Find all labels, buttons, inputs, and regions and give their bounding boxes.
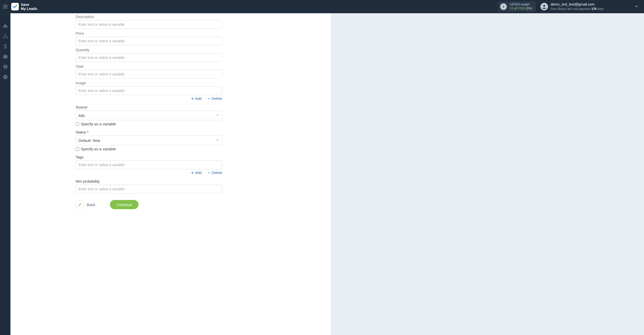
chevron-down-icon <box>634 4 639 9</box>
required-marker: * <box>87 130 89 134</box>
usage-total: 5'000 <box>517 7 525 10</box>
label-status: Status * <box>76 130 221 134</box>
sidebar-item-account[interactable] <box>0 62 10 72</box>
user-menu[interactable]: demo_sml_test@gmail.com Plan |Basic| lef… <box>540 2 604 11</box>
input-tags[interactable] <box>76 160 222 169</box>
delete-label: Delete <box>212 171 222 175</box>
plan-days: 170 <box>591 7 596 11</box>
input-price[interactable] <box>76 37 222 45</box>
sitemap-icon <box>3 34 8 39</box>
sidebar-item-connections[interactable] <box>0 31 10 41</box>
usage-label: LEADS usage: <box>510 3 532 7</box>
field-tags: Tags <box>76 155 221 169</box>
briefcase-icon <box>3 54 8 59</box>
field-image: Image <box>76 81 221 95</box>
svg-point-3 <box>503 5 504 6</box>
input-quantity[interactable] <box>76 53 222 62</box>
sidebar-item-toolbox[interactable] <box>0 51 10 62</box>
svg-point-10 <box>5 65 6 67</box>
input-description[interactable] <box>76 20 222 29</box>
usage-info-box[interactable]: LEADS usage: 13 of 5'000 (0%) <box>498 2 536 12</box>
input-total[interactable] <box>76 70 222 78</box>
check-logo-icon <box>12 4 18 9</box>
field-status: Status * Default: New <box>76 130 221 145</box>
user-plan: Plan |Basic| left until payment 170 days <box>551 7 604 11</box>
sidebar-item-billing[interactable] <box>0 41 10 51</box>
source-variable-row: Specify as a variable <box>76 122 221 126</box>
back-button[interactable]: Back <box>76 200 95 209</box>
dollar-icon <box>3 44 8 49</box>
checkbox-source-variable[interactable] <box>76 122 79 126</box>
form-panel: Description Price Quantity Total Image <box>10 13 331 335</box>
hamburger-icon <box>3 4 8 9</box>
add-label: Add <box>195 97 202 101</box>
plan-suffix: | left until payment <box>566 7 591 11</box>
home-icon <box>3 23 8 29</box>
label-source-variable[interactable]: Specify as a variable <box>81 122 116 126</box>
user-email: demo_sml_test@gmail.com <box>551 2 604 7</box>
input-image[interactable] <box>76 86 222 95</box>
form-area: Description Price Quantity Total Image <box>10 13 221 209</box>
plan-days-word: days <box>597 7 604 11</box>
plan-name: Basic <box>558 7 566 11</box>
svg-point-5 <box>543 5 545 7</box>
add-image-button[interactable]: Add <box>191 97 202 101</box>
field-win-probability: Win probability <box>76 179 221 193</box>
select-source-value: Ads <box>78 113 85 118</box>
usage-pct: (0%) <box>526 7 532 10</box>
chevron-down-icon <box>216 113 219 118</box>
delete-image-button[interactable]: Delete <box>207 97 222 101</box>
input-win-probability[interactable] <box>76 185 222 193</box>
user-text: demo_sml_test@gmail.com Plan |Basic| lef… <box>551 2 604 11</box>
form-footer: Back Continue <box>76 200 221 209</box>
add-tag-button[interactable]: Add <box>191 171 202 175</box>
label-total: Total <box>76 64 221 69</box>
pencil-icon <box>78 203 82 207</box>
status-variable-row: Specify as a variable <box>76 147 221 151</box>
image-row-actions: Add Delete <box>76 97 222 101</box>
chevron-down-icon <box>216 138 219 143</box>
field-price: Price <box>76 31 221 45</box>
delete-tag-button[interactable]: Delete <box>207 171 222 175</box>
sidebar: ? <box>0 13 10 335</box>
svg-rect-4 <box>503 6 504 8</box>
svg-rect-7 <box>3 37 4 38</box>
main-content: Description Price Quantity Total Image <box>10 13 644 335</box>
info-icon <box>502 5 505 8</box>
svg-text:?: ? <box>4 75 6 78</box>
tags-row-actions: Add Delete <box>76 171 222 175</box>
checkbox-status-variable[interactable] <box>76 147 79 151</box>
label-source: Source <box>76 105 221 109</box>
continue-button[interactable]: Continue <box>110 200 138 209</box>
svg-rect-6 <box>5 34 6 35</box>
label-status-variable[interactable]: Specify as a variable <box>81 147 116 151</box>
label-image: Image <box>76 81 221 85</box>
sidebar-item-home[interactable] <box>0 21 10 31</box>
usage-of: of <box>514 7 517 10</box>
select-status-value: Default: New <box>78 138 100 143</box>
minus-icon <box>207 97 211 100</box>
menu-toggle-button[interactable] <box>0 0 10 13</box>
user-circle-icon <box>3 64 8 69</box>
field-quantity: Quantity <box>76 48 221 62</box>
minus-icon <box>207 171 211 175</box>
avatar <box>540 3 548 10</box>
plus-icon <box>191 97 194 100</box>
logo-line2: My Leads. <box>21 7 38 11</box>
app-logo[interactable] <box>11 3 19 10</box>
select-source[interactable]: Ads <box>76 111 222 120</box>
delete-label: Delete <box>212 97 222 101</box>
field-description: Description <box>76 15 221 29</box>
select-status[interactable]: Default: New <box>76 136 222 145</box>
field-total: Total <box>76 64 221 78</box>
usage-count: 13 <box>510 7 513 10</box>
label-status-text: Status <box>76 130 86 134</box>
usage-text: LEADS usage: 13 of 5'000 (0%) <box>510 3 532 10</box>
header-dropdown-toggle[interactable] <box>634 4 639 9</box>
svg-rect-8 <box>6 37 7 38</box>
back-label: Back <box>87 203 95 207</box>
label-quantity: Quantity <box>76 48 221 52</box>
app-title: Save My Leads. <box>21 3 38 11</box>
sidebar-item-help[interactable]: ? <box>0 72 10 82</box>
top-bar: Save My Leads. LEADS usage: 13 of 5'000 … <box>0 0 644 13</box>
